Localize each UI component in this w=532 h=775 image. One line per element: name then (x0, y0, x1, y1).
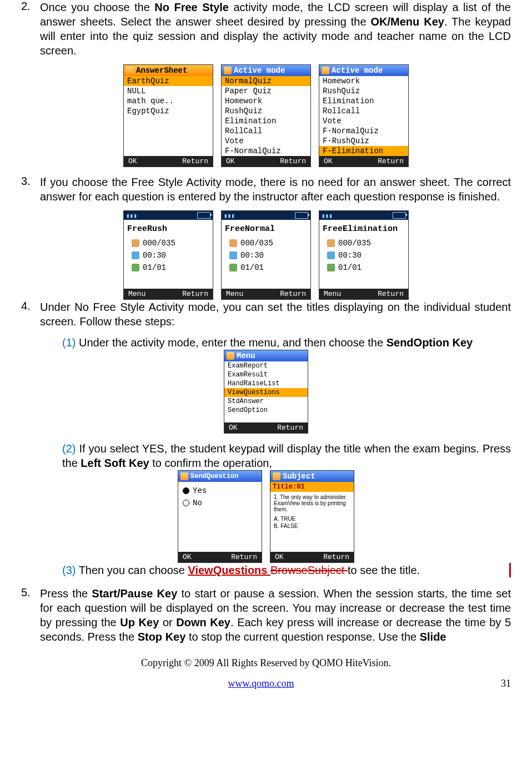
subject-body: 1. The only way to administer ExamView t… (270, 492, 354, 531)
list-item: F-Elimination (319, 146, 408, 156)
list-item: Vote (319, 116, 408, 126)
list-item: F-NormalQuiz (319, 126, 408, 136)
list-item: RushQuiz (222, 106, 310, 116)
device-menu: Menu ExamReport ExamResult HandRaiseList… (224, 350, 308, 434)
list-item: ExamReport (224, 361, 308, 370)
device-footer: OKReturn (124, 156, 213, 167)
list-item: Elimination (319, 96, 408, 106)
device-body: NormalQuiz Paper Quiz Homework RushQuiz … (222, 76, 310, 156)
list-item: EgyptQuiz (124, 106, 213, 116)
device-freeelimination: ▮▮▮ FreeElimination 000/035 00:30 01/01 … (319, 210, 409, 300)
device-footer: OKReturn (178, 552, 262, 562)
device-freerush: ▮▮▮ FreeRush 000/035 00:30 01/01 MenuRet… (123, 210, 213, 300)
device-header: SendQuestion (178, 471, 262, 482)
device-subject: Subject Title:01 1. The only way to admi… (270, 470, 354, 563)
radio-no: No (183, 499, 257, 507)
page-number: 31 (501, 678, 511, 690)
signal-icon: ▮▮▮ (126, 212, 137, 219)
pencil-icon (229, 264, 237, 271)
step-4-text: Under No Free Style Activity mode, you c… (40, 300, 511, 329)
list-item: F-RushQuiz (319, 136, 408, 146)
step-2-text: Once you choose the No Free Style activi… (40, 0, 511, 58)
chip-icon (126, 67, 134, 74)
chip-icon (224, 67, 232, 74)
chip-icon (273, 472, 280, 480)
list-item: Vote (222, 136, 310, 146)
radio-yes: Yes (183, 486, 257, 495)
chip-icon (180, 472, 188, 480)
list-item: SendOption (224, 406, 308, 415)
device-body: Title:01 1. The only way to administer E… (270, 482, 354, 552)
radio-filled-icon (183, 487, 189, 494)
list-item: NULL (124, 86, 213, 96)
list-item: EarthQuiz (124, 76, 213, 86)
signal-icon: ▮▮▮ (224, 212, 235, 219)
person-icon (132, 239, 139, 247)
device-body: FreeRush 000/035 00:30 01/01 (124, 220, 213, 289)
step-4-number: 4. (21, 300, 40, 329)
device-header: Active mode (319, 65, 408, 76)
device-header: Menu (224, 350, 308, 361)
list-item: Homework (319, 76, 408, 86)
clock-icon (229, 251, 237, 259)
step-4: 4. Under No Free Style Activity mode, yo… (21, 300, 511, 329)
device-header: AnswerSheet (124, 65, 213, 76)
list-item: NormalQuiz (222, 76, 310, 86)
list-item: RollCall (222, 126, 310, 136)
menu-screenshot-row: Menu ExamReport ExamResult HandRaiseList… (21, 350, 511, 434)
step-5-number: 5. (21, 586, 40, 644)
track-change-bar (509, 563, 511, 577)
device-activemode-1: Active mode NormalQuiz Paper Quiz Homewo… (221, 64, 311, 167)
step-5: 5. Press the Start/Pause Key to start or… (21, 586, 511, 644)
topbar: ▮▮▮ (319, 211, 408, 220)
device-footer: MenuReturn (222, 289, 310, 299)
person-icon (327, 239, 335, 247)
substep-2: (2) If you select YES, the student keypa… (62, 441, 511, 470)
battery-icon (393, 212, 406, 219)
step-5-text: Press the Start/Pause Key to start or pa… (40, 586, 511, 644)
radio-empty-icon (183, 500, 189, 506)
mode-label: FreeRush (127, 224, 209, 234)
list-item: Homework (222, 96, 310, 106)
clock-icon (132, 251, 139, 259)
device-activemode-2: Active mode Homework RushQuiz Eliminatio… (319, 64, 409, 167)
device-header: Subject (270, 471, 354, 482)
list-item: Elimination (222, 116, 310, 126)
device-sendquestion: SendQuestion Yes No OKReturn (178, 470, 262, 563)
footer-link[interactable]: www.qomo.com (228, 678, 294, 689)
step-3: 3. If you choose the Free Style Activity… (21, 175, 511, 204)
step-2-number: 2. (21, 0, 40, 58)
list-item: Rollcall (319, 106, 408, 116)
mode-label: FreeElimination (323, 224, 405, 234)
topbar: ▮▮▮ (222, 211, 310, 220)
list-item: StdAnswer (224, 397, 308, 406)
page-footer-row: www.qomo.com 31 (0, 678, 532, 690)
list-item: math que.. (124, 96, 213, 106)
device-footer: OKReturn (319, 156, 408, 167)
device-body: ExamReport ExamResult HandRaiseList View… (224, 361, 308, 422)
step-2: 2. Once you choose the No Free Style act… (21, 0, 511, 58)
person-icon (229, 239, 237, 247)
screenshot-row-2: ▮▮▮ FreeRush 000/035 00:30 01/01 MenuRet… (21, 210, 511, 300)
list-item: F-NormalQuiz (222, 146, 310, 156)
topbar: ▮▮▮ (124, 211, 213, 220)
device-body: EarthQuiz NULL math que.. EgyptQuiz (124, 76, 213, 156)
battery-icon (197, 212, 210, 219)
step-3-text: If you choose the Free Style Activity mo… (40, 175, 511, 204)
step-3-number: 3. (21, 175, 40, 204)
deleted-text: BrowseSubject (270, 564, 348, 576)
device-body: Yes No (178, 482, 262, 552)
subject-title: Title:01 (270, 482, 354, 492)
list-item: ExamResult (224, 370, 308, 379)
inserted-text: ViewQuestions (188, 564, 270, 576)
list-item: HandRaiseList (224, 379, 308, 388)
device-body: FreeNormal 000/035 00:30 01/01 (222, 220, 310, 289)
copyright-line: Copyright © 2009 All Rights Reserved by … (21, 657, 511, 669)
substep-1: (1) Under the activity mode, enter the m… (62, 335, 511, 350)
battery-icon (295, 212, 308, 219)
mode-label: FreeNormal (225, 224, 307, 234)
substep-3-row: (3) Then you can choose ViewQuestions Br… (21, 563, 511, 577)
device-freenormal: ▮▮▮ FreeNormal 000/035 00:30 01/01 MenuR… (221, 210, 311, 300)
device-body: FreeElimination 000/035 00:30 01/01 (319, 220, 408, 289)
substep-3: (3) Then you can choose ViewQuestions Br… (62, 563, 509, 577)
